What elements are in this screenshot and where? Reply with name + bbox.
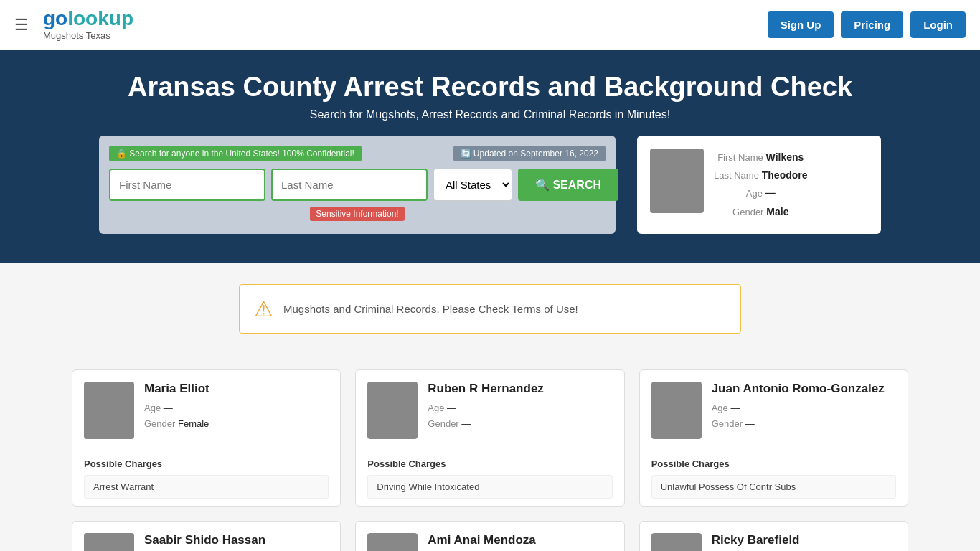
- profile-gender: Gender Male: [714, 203, 808, 221]
- person-info: Maria Elliot Age — Gender Female: [144, 382, 209, 432]
- person-card: Ricky Barefield Age 41: [639, 521, 908, 551]
- menu-icon[interactable]: ☰: [14, 16, 29, 34]
- logo-lookup: lookup: [67, 7, 133, 29]
- profile-card-hero: First Name Wilkens Last Name Theodore Ag…: [637, 136, 881, 234]
- person-photo: [651, 533, 702, 551]
- gender-value: Male: [766, 206, 788, 217]
- logo-area: golookup Mugshots Texas: [43, 9, 133, 41]
- person-info: Juan Antonio Romo-Gonzalez Age — Gender …: [712, 382, 885, 432]
- lastname-value: Theodore: [762, 169, 808, 181]
- charges-title: Possible Charges: [84, 458, 329, 469]
- person-age: Age —: [144, 400, 209, 416]
- signup-button[interactable]: Sign Up: [768, 11, 834, 38]
- charges-section: Possible Charges Arrest Warrant: [72, 451, 340, 506]
- person-card-top: Saabir Shido Hassan Age —: [72, 522, 340, 551]
- person-gender: Gender Female: [144, 416, 209, 432]
- first-name-input[interactable]: [109, 169, 265, 201]
- person-name: Ricky Barefield: [712, 533, 800, 547]
- person-card-top: Ruben R Hernandez Age — Gender —: [356, 370, 623, 451]
- profile-lastname: Last Name Theodore: [714, 166, 808, 184]
- firstname-label: First Name: [717, 152, 763, 163]
- charges-title: Possible Charges: [651, 458, 896, 469]
- warning-text: Mugshots and Criminal Records. Please Ch…: [283, 303, 578, 315]
- search-box: 🔒 Search for anyone in the United States…: [99, 136, 616, 234]
- person-photo: [367, 533, 418, 551]
- state-select[interactable]: All States Alabama Texas: [433, 169, 512, 201]
- charges-section: Possible Charges Unlawful Possess Of Con…: [640, 451, 908, 506]
- person-photo: [367, 382, 418, 439]
- person-gender: Gender —: [712, 416, 885, 432]
- cards-section: Maria Elliot Age — Gender Female Possibl…: [0, 355, 980, 551]
- profile-photo: [650, 149, 704, 213]
- header-nav: Sign Up Pricing Login: [768, 11, 966, 38]
- last-name-input[interactable]: [271, 169, 428, 201]
- charge-item: Unlawful Possess Of Contr Subs: [651, 475, 896, 499]
- search-section: 🔒 Search for anyone in the United States…: [14, 136, 966, 248]
- person-name: Ami Anai Mendoza: [428, 533, 536, 547]
- person-name: Juan Antonio Romo-Gonzalez: [712, 382, 885, 396]
- sensitive-badge: Sensitive Information!: [310, 207, 404, 221]
- logo[interactable]: golookup: [43, 9, 133, 29]
- hero-section: Aransas County Arrest Records and Backgr…: [0, 50, 980, 263]
- person-card: Saabir Shido Hassan Age —: [72, 521, 341, 551]
- person-info: Ricky Barefield Age 41: [712, 533, 800, 551]
- updated-badge: 🔄 Updated on September 16, 2022: [453, 146, 606, 161]
- person-info: Saabir Shido Hassan Age —: [144, 533, 265, 551]
- person-card: Juan Antonio Romo-Gonzalez Age — Gender …: [639, 369, 908, 507]
- page-title: Aransas County Arrest Records and Backgr…: [14, 72, 966, 103]
- person-card: Ami Anai Mendoza Age —: [355, 521, 624, 551]
- cards-grid: Maria Elliot Age — Gender Female Possibl…: [72, 369, 908, 551]
- person-name: Maria Elliot: [144, 382, 209, 396]
- person-photo: [84, 382, 134, 439]
- login-button[interactable]: Login: [910, 11, 966, 38]
- age-value: —: [765, 187, 776, 199]
- pricing-button[interactable]: Pricing: [841, 11, 903, 38]
- person-card-top: Ami Anai Mendoza Age —: [356, 522, 623, 551]
- confidential-badge: 🔒 Search for anyone in the United States…: [109, 146, 362, 161]
- search-inputs: All States Alabama Texas 🔍 SEARCH: [109, 169, 606, 201]
- search-box-top: 🔒 Search for anyone in the United States…: [109, 146, 606, 161]
- gender-label: Gender: [732, 207, 763, 217]
- charge-item: Arrest Warrant: [84, 475, 329, 499]
- charge-item: Driving While Intoxicated: [367, 475, 612, 499]
- person-photo: [651, 382, 702, 439]
- charges-section: Possible Charges Driving While Intoxicat…: [356, 451, 623, 506]
- header: ☰ golookup Mugshots Texas Sign Up Pricin…: [0, 0, 980, 50]
- person-gender: Gender —: [428, 416, 544, 432]
- person-card-top: Maria Elliot Age — Gender Female: [72, 370, 340, 451]
- person-age: Age —: [428, 400, 544, 416]
- profile-info: First Name Wilkens Last Name Theodore Ag…: [714, 149, 808, 221]
- person-photo: [84, 533, 134, 551]
- person-card: Maria Elliot Age — Gender Female Possibl…: [72, 369, 341, 507]
- person-card-top: Ricky Barefield Age 41: [640, 522, 908, 551]
- person-info: Ami Anai Mendoza Age —: [428, 533, 536, 551]
- profile-firstname: First Name Wilkens: [714, 149, 808, 166]
- person-info: Ruben R Hernandez Age — Gender —: [428, 382, 544, 432]
- profile-age: Age —: [714, 184, 808, 202]
- hero-subtitle: Search for Mugshots, Arrest Records and …: [14, 108, 966, 121]
- person-name: Saabir Shido Hassan: [144, 533, 265, 547]
- person-card-top: Juan Antonio Romo-Gonzalez Age — Gender …: [640, 370, 908, 451]
- charges-title: Possible Charges: [367, 458, 612, 469]
- search-button[interactable]: 🔍 SEARCH: [518, 169, 618, 201]
- lastname-label: Last Name: [714, 170, 759, 181]
- logo-subtitle: Mugshots Texas: [43, 30, 110, 41]
- person-name: Ruben R Hernandez: [428, 382, 544, 396]
- firstname-value: Wilkens: [766, 151, 804, 163]
- age-label: Age: [746, 188, 763, 199]
- person-age: Age —: [712, 400, 885, 416]
- logo-go: go: [43, 7, 67, 29]
- warning-bar: ⚠ Mugshots and Criminal Records. Please …: [239, 284, 741, 334]
- warning-icon: ⚠: [254, 296, 273, 321]
- person-card: Ruben R Hernandez Age — Gender — Possibl…: [355, 369, 624, 507]
